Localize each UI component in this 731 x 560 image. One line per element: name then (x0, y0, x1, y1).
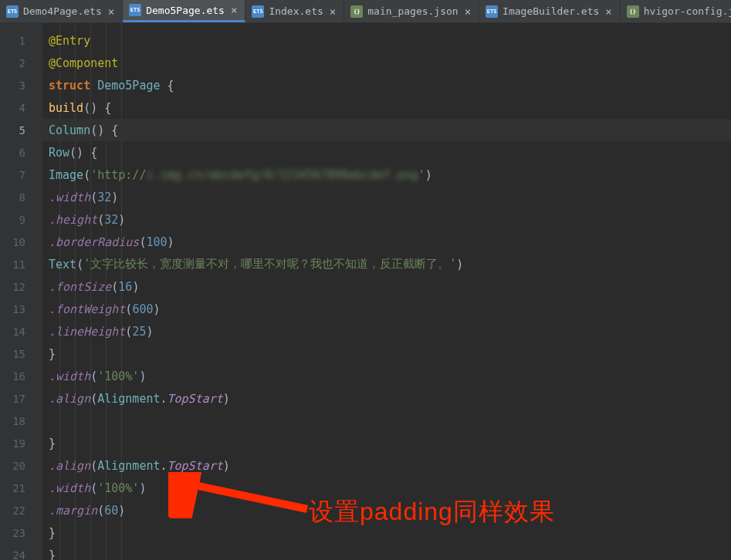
brace: () { (83, 101, 111, 115)
line-number[interactable]: 5 (0, 119, 42, 141)
close-icon[interactable]: × (107, 5, 116, 18)
code-line[interactable]: } (42, 521, 731, 544)
code-line[interactable]: .fontSize(16) (42, 275, 731, 298)
line-number[interactable]: 19 (0, 432, 42, 454)
code-line[interactable]: .width('100%') (42, 365, 731, 387)
tab-hvigor-config-js[interactable]: {}hvigor-config.js× (621, 0, 731, 22)
tab-label: ImageBuilder.ets (503, 5, 599, 17)
chained-method: .lineHeight (49, 325, 125, 339)
line-number[interactable]: 17 (0, 387, 42, 410)
line-number[interactable]: 3 (0, 74, 42, 96)
brace: () { (90, 123, 118, 137)
code-line[interactable]: build() { (42, 96, 731, 119)
tab-imagebuilder-ets[interactable]: ETSImageBuilder.ets× (479, 0, 621, 22)
code-area[interactable]: @Entry @Component struct Demo5Page { bui… (42, 23, 731, 560)
code-line[interactable]: } (42, 342, 731, 365)
paren: ) (139, 369, 146, 383)
ets-file-icon: ETS (252, 5, 264, 18)
json-file-icon: {} (350, 5, 363, 18)
close-icon[interactable]: × (229, 4, 239, 16)
code-line[interactable]: @Component (42, 52, 731, 74)
line-number[interactable]: 8 (0, 186, 42, 208)
paren: ( (125, 302, 132, 316)
brace: } (49, 437, 56, 450)
code-line[interactable]: struct Demo5Page { (42, 74, 731, 96)
brace: } (49, 526, 56, 540)
code-line[interactable]: Text('文字比较长，宽度测量不对，哪里不对呢？我也不知道，反正截断了。') (42, 253, 731, 275)
line-number[interactable]: 13 (0, 298, 42, 320)
paren: ) (425, 168, 432, 182)
paren: ( (83, 168, 90, 182)
paren: ) (168, 235, 174, 249)
line-number[interactable]: 7 (0, 164, 42, 186)
code-line[interactable]: .width(32) (42, 186, 731, 208)
tab-index-ets[interactable]: ETSIndex.ets× (245, 0, 344, 22)
close-icon[interactable]: × (463, 5, 472, 18)
line-number[interactable]: 6 (0, 141, 42, 164)
code-line[interactable]: .fontWeight(600) (42, 298, 731, 320)
tab-demo4page-ets[interactable]: ETSDemo4Page.ets× (0, 0, 123, 22)
line-number[interactable]: 1 (0, 29, 42, 52)
code-editor: 123456789101112131415161718192021222324 … (0, 23, 731, 560)
close-icon[interactable]: × (328, 5, 337, 18)
code-line[interactable]: .align(Alignment.TopStart) (42, 454, 731, 477)
line-number[interactable]: 21 (0, 477, 42, 499)
brace: () { (69, 146, 97, 160)
line-number[interactable]: 10 (0, 231, 42, 253)
paren: ) (153, 302, 160, 316)
line-number[interactable]: 2 (0, 52, 42, 74)
component: Column (49, 123, 90, 137)
component: Row (49, 146, 69, 160)
line-number[interactable]: 24 (0, 544, 42, 560)
number: 16 (118, 280, 132, 294)
line-number[interactable]: 9 (0, 208, 42, 231)
line-number[interactable]: 22 (0, 499, 42, 521)
enum-value: TopStart (168, 459, 223, 473)
paren: ) (118, 504, 125, 518)
number: 600 (132, 302, 153, 316)
line-number[interactable]: 12 (0, 275, 42, 298)
brace: } (49, 347, 56, 361)
paren: ) (223, 459, 230, 473)
line-number[interactable]: 23 (0, 521, 42, 544)
tab-main_pages-json[interactable]: {}main_pages.json× (344, 0, 479, 22)
line-number[interactable]: 4 (0, 96, 42, 119)
line-number[interactable]: 11 (0, 253, 42, 275)
chained-method: .height (49, 213, 97, 227)
ets-file-icon: ETS (6, 5, 19, 18)
close-icon[interactable]: × (604, 5, 613, 18)
code-line[interactable]: .height(32) (42, 208, 731, 231)
paren: ) (146, 325, 153, 339)
paren: ( (125, 325, 132, 339)
code-line[interactable]: .align(Alignment.TopStart) (42, 387, 731, 410)
line-number[interactable]: 20 (0, 454, 42, 477)
number: 32 (104, 213, 118, 227)
code-line[interactable]: Row() { (42, 141, 731, 164)
code-line[interactable]: .margin(60) (42, 499, 731, 521)
code-line[interactable]: } (42, 432, 731, 454)
code-line[interactable]: .borderRadius(100) (42, 231, 731, 253)
line-number[interactable]: 15 (0, 342, 42, 365)
chained-method: .width (49, 191, 90, 204)
brace: } (49, 548, 56, 561)
code-line[interactable]: .width('100%') (42, 477, 731, 499)
line-number[interactable]: 18 (0, 410, 42, 432)
code-line[interactable]: @Entry (42, 29, 731, 52)
code-line[interactable]: Image('http://i.img.cn/abcdefg/0/1234567… (42, 164, 731, 186)
keyword: struct (49, 79, 97, 93)
line-number[interactable]: 16 (0, 365, 42, 387)
string: 'http:// (90, 168, 146, 182)
component: Image (49, 168, 83, 182)
chained-method: .width (49, 369, 90, 383)
enum-type: Alignment (97, 392, 160, 406)
code-line[interactable]: } (42, 544, 731, 560)
code-line[interactable] (42, 410, 731, 432)
decorator: @Component (49, 56, 118, 70)
code-line-current[interactable]: Column() { (42, 119, 731, 141)
tab-demo5page-ets[interactable]: ETSDemo5Page.ets× (123, 0, 245, 22)
paren: ( (139, 235, 146, 249)
chained-method: .width (49, 481, 90, 495)
code-line[interactable]: .lineHeight(25) (42, 320, 731, 342)
line-number[interactable]: 14 (0, 320, 42, 342)
number: 32 (97, 191, 111, 204)
